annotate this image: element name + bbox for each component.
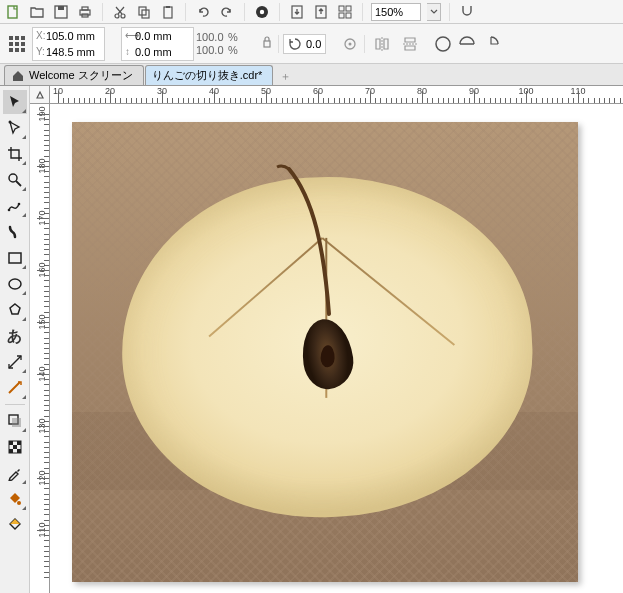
horizontal-ruler[interactable]: 102030405060708090100110 <box>50 86 623 104</box>
paste-icon[interactable] <box>159 3 177 21</box>
size-h-value[interactable]: 0.0 mm <box>135 46 190 58</box>
svg-rect-23 <box>9 42 13 46</box>
corner-chamfer-icon[interactable] <box>481 34 501 54</box>
svg-point-33 <box>8 121 11 124</box>
new-icon[interactable] <box>4 3 22 21</box>
scale-x-value[interactable]: 100.0 <box>196 31 226 43</box>
eyedropper-tool[interactable] <box>3 461 27 485</box>
svg-point-36 <box>17 203 20 206</box>
svg-point-34 <box>9 174 17 182</box>
size-w-value[interactable]: 0.0 mm <box>135 30 190 42</box>
tab-welcome[interactable]: Welcome スクリーン <box>4 65 144 85</box>
position-group[interactable]: X:105.0 mm Y:148.5 mm <box>32 27 105 61</box>
pick-tool[interactable] <box>3 90 27 114</box>
w-label: ⟷ <box>125 30 133 41</box>
drop-shadow-tool[interactable] <box>3 409 27 433</box>
copy-icon[interactable] <box>135 3 153 21</box>
svg-rect-11 <box>166 6 170 8</box>
freehand-tool[interactable] <box>3 194 27 218</box>
image-object[interactable] <box>72 122 578 582</box>
svg-rect-25 <box>21 42 25 46</box>
svg-point-7 <box>121 14 125 18</box>
parallel-dim-tool[interactable] <box>3 350 27 374</box>
size-group[interactable]: ⟷0.0 mm ↕0.0 mm <box>121 27 194 61</box>
zoom-input[interactable]: 150% <box>371 3 421 21</box>
toolbox: あ <box>0 86 30 593</box>
interactive-fill-tool[interactable] <box>3 487 27 511</box>
svg-rect-18 <box>339 13 344 18</box>
search-icon[interactable] <box>253 3 271 21</box>
ellipse-tool[interactable] <box>3 272 27 296</box>
pos-x-value[interactable]: 105.0 mm <box>46 30 101 42</box>
lock-ratio-icon[interactable] <box>260 28 274 60</box>
svg-rect-40 <box>12 418 21 427</box>
export-icon[interactable] <box>312 3 330 21</box>
text-tool[interactable]: あ <box>3 324 27 348</box>
rotate-icon <box>288 37 302 51</box>
rotation-input[interactable]: 0.0 <box>283 34 326 54</box>
vertical-ruler[interactable]: 190180170160150140130120110 <box>30 104 50 593</box>
separator <box>278 35 279 53</box>
scale-y-value[interactable]: 100.0 <box>196 44 226 56</box>
save-icon[interactable] <box>52 3 70 21</box>
zoom-dropdown[interactable] <box>427 3 441 21</box>
mirror-v-icon[interactable] <box>397 31 423 57</box>
svg-point-35 <box>7 209 10 212</box>
smart-fill-tool[interactable] <box>3 513 27 537</box>
svg-rect-37 <box>9 253 21 263</box>
svg-rect-21 <box>15 36 19 40</box>
snap-icon[interactable] <box>458 3 476 21</box>
scale-group: 100.0 100.0 <box>196 31 226 56</box>
svg-rect-44 <box>13 445 17 449</box>
percent-label-group: % % <box>228 31 258 56</box>
connector-tool[interactable] <box>3 376 27 400</box>
rotation-value[interactable]: 0.0 <box>306 38 321 50</box>
svg-point-32 <box>436 37 450 51</box>
svg-rect-45 <box>9 449 13 453</box>
pos-y-value[interactable]: 148.5 mm <box>46 46 101 58</box>
presets-icon[interactable] <box>4 31 30 57</box>
svg-point-6 <box>115 14 119 18</box>
separator <box>362 3 363 21</box>
home-icon <box>11 69 25 83</box>
top-toolbar: 150% <box>0 0 623 24</box>
work-area: あ 102030405060708090100110 1901801701601… <box>0 86 623 593</box>
svg-rect-2 <box>58 6 64 10</box>
svg-rect-43 <box>17 441 21 445</box>
zoom-tool[interactable] <box>3 168 27 192</box>
tab-document[interactable]: りんごの切り抜き.cdr* <box>145 65 274 85</box>
rotation-center-icon[interactable] <box>340 34 360 54</box>
polygon-tool[interactable] <box>3 298 27 322</box>
svg-rect-19 <box>346 13 351 18</box>
ruler-origin[interactable] <box>30 86 50 104</box>
print-icon[interactable] <box>76 3 94 21</box>
svg-rect-16 <box>339 6 344 11</box>
rectangle-tool[interactable] <box>3 246 27 270</box>
undo-icon[interactable] <box>194 3 212 21</box>
svg-point-13 <box>260 9 264 13</box>
svg-rect-26 <box>9 48 13 52</box>
redo-icon[interactable] <box>218 3 236 21</box>
corner-scallop-icon[interactable] <box>457 34 477 54</box>
svg-rect-46 <box>17 449 21 453</box>
artistic-media-tool[interactable] <box>3 220 27 244</box>
publish-icon[interactable] <box>336 3 354 21</box>
svg-rect-42 <box>9 441 13 445</box>
cut-icon[interactable] <box>111 3 129 21</box>
crop-tool[interactable] <box>3 142 27 166</box>
canvas[interactable] <box>50 104 623 593</box>
svg-rect-27 <box>15 48 19 52</box>
document-tabs: Welcome スクリーン りんごの切り抜き.cdr* ＋ <box>0 64 623 86</box>
separator <box>279 3 280 21</box>
import-icon[interactable] <box>288 3 306 21</box>
svg-rect-22 <box>21 36 25 40</box>
corner-round-icon[interactable] <box>433 34 453 54</box>
open-icon[interactable] <box>28 3 46 21</box>
tab-welcome-label: Welcome スクリーン <box>29 68 133 83</box>
svg-point-38 <box>9 279 21 289</box>
mirror-h-icon[interactable] <box>369 31 395 57</box>
add-tab-button[interactable]: ＋ <box>276 67 294 85</box>
pct-label: % <box>228 31 258 43</box>
transparency-tool[interactable] <box>3 435 27 459</box>
shape-tool[interactable] <box>3 116 27 140</box>
